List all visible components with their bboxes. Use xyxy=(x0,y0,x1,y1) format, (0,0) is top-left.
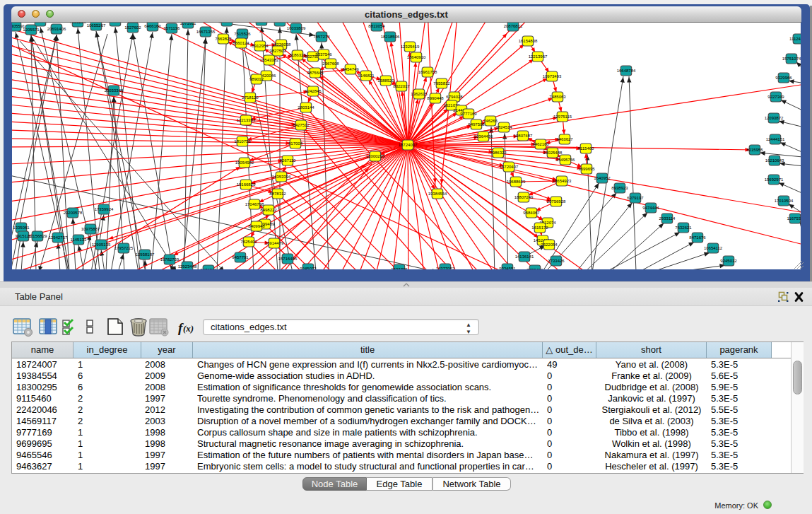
svg-text:12093872: 12093872 xyxy=(765,116,784,120)
svg-text:16648784: 16648784 xyxy=(617,69,636,73)
svg-text:11124587: 11124587 xyxy=(789,37,801,41)
svg-text:1733426: 1733426 xyxy=(548,259,565,263)
svg-text:12325419: 12325419 xyxy=(401,45,420,49)
svg-text:2522054: 2522054 xyxy=(541,243,558,247)
svg-text:6794028: 6794028 xyxy=(446,95,463,99)
svg-text:12975115: 12975115 xyxy=(553,115,572,119)
svg-text:7625402: 7625402 xyxy=(240,240,257,244)
svg-text:16377052: 16377052 xyxy=(436,267,455,269)
svg-text:17046798: 17046798 xyxy=(245,202,264,206)
svg-text:1071911: 1071911 xyxy=(180,23,197,25)
svg-text:10975887: 10975887 xyxy=(81,227,100,231)
svg-text:16961758: 16961758 xyxy=(418,70,437,74)
svg-text:10807487: 10807487 xyxy=(514,134,533,138)
svg-text:8215955: 8215955 xyxy=(746,148,763,152)
svg-text:989012: 989012 xyxy=(249,77,264,81)
svg-text:8427512: 8427512 xyxy=(293,123,310,127)
svg-text:10025488: 10025488 xyxy=(543,151,563,155)
svg-text:7733426: 7733426 xyxy=(526,268,543,269)
svg-text:7955812: 7955812 xyxy=(433,81,450,86)
svg-text:1637705: 1637705 xyxy=(391,267,408,269)
svg-text:18724007: 18724007 xyxy=(399,143,418,147)
svg-text:16914479: 16914479 xyxy=(265,241,284,245)
svg-text:18300295: 18300295 xyxy=(366,154,385,158)
svg-text:8471676: 8471676 xyxy=(689,235,706,240)
svg-text:1588520: 1588520 xyxy=(377,78,394,83)
svg-text:2933114: 2933114 xyxy=(659,216,676,221)
svg-text:16842934: 16842934 xyxy=(106,23,125,23)
svg-text:20364436: 20364436 xyxy=(474,134,493,139)
svg-text:17010504: 17010504 xyxy=(775,199,794,203)
svg-text:14136141: 14136141 xyxy=(515,255,534,259)
svg-text:2803144: 2803144 xyxy=(298,105,314,110)
svg-text:7485063: 7485063 xyxy=(549,95,566,99)
svg-text:8322017: 8322017 xyxy=(393,84,410,88)
svg-text:18807249: 18807249 xyxy=(514,195,534,199)
svg-text:7986322: 7986322 xyxy=(490,151,507,155)
svg-text:9242845: 9242845 xyxy=(305,89,322,93)
svg-text:12156829: 12156829 xyxy=(28,234,47,238)
svg-text:19054982: 19054982 xyxy=(235,160,254,165)
svg-text:7515526: 7515526 xyxy=(234,32,251,36)
svg-text:9337546: 9337546 xyxy=(315,52,332,57)
svg-text:9474444: 9474444 xyxy=(642,206,659,210)
svg-text:20876812: 20876812 xyxy=(504,24,523,28)
svg-text:12905135: 12905135 xyxy=(92,243,111,247)
svg-text:15716485: 15716485 xyxy=(278,257,298,261)
svg-text:9245072: 9245072 xyxy=(300,267,317,269)
svg-text:746266: 746266 xyxy=(483,119,498,123)
svg-text:9827503: 9827503 xyxy=(269,49,286,53)
svg-text:8938923: 8938923 xyxy=(611,186,628,190)
svg-text:10655267: 10655267 xyxy=(87,23,106,28)
svg-text:12213967: 12213967 xyxy=(529,54,548,59)
svg-text:8498222: 8498222 xyxy=(260,208,277,212)
svg-text:9227349: 9227349 xyxy=(767,95,784,99)
svg-text:10653267: 10653267 xyxy=(218,23,237,23)
svg-text:16671355: 16671355 xyxy=(196,30,216,34)
svg-text:(x): (x) xyxy=(183,323,194,334)
svg-text:1167531: 1167531 xyxy=(787,216,801,221)
svg-text:10688609: 10688609 xyxy=(507,180,526,184)
svg-text:15751074: 15751074 xyxy=(782,57,801,61)
svg-text:8409948: 8409948 xyxy=(248,224,265,228)
svg-text:7632621: 7632621 xyxy=(675,226,692,230)
svg-text:18640910: 18640910 xyxy=(407,55,426,59)
svg-text:9571136: 9571136 xyxy=(164,26,181,30)
svg-text:6497508: 6497508 xyxy=(468,122,485,127)
svg-text:9329966: 9329966 xyxy=(775,76,792,80)
svg-text:1145133: 1145133 xyxy=(71,238,88,242)
svg-text:9684067: 9684067 xyxy=(523,211,540,215)
svg-text:12942757: 12942757 xyxy=(49,235,68,240)
svg-text:8990448: 8990448 xyxy=(427,96,444,100)
svg-text:1810755: 1810755 xyxy=(234,139,251,144)
svg-text:12444151: 12444151 xyxy=(766,137,785,141)
svg-text:9699695: 9699695 xyxy=(578,167,595,171)
svg-text:20200578: 20200578 xyxy=(64,211,83,215)
svg-text:15692971: 15692971 xyxy=(765,177,784,182)
svg-text:1615172: 1615172 xyxy=(531,226,548,230)
svg-text:817004: 817004 xyxy=(288,141,303,146)
svg-text:7857274: 7857274 xyxy=(313,35,330,39)
svg-text:9936304: 9936304 xyxy=(32,23,49,23)
svg-text:19166825: 19166825 xyxy=(237,182,256,187)
svg-text:9115460: 9115460 xyxy=(578,146,595,151)
svg-text:6379197: 6379197 xyxy=(627,196,644,200)
svg-text:1527602: 1527602 xyxy=(124,25,141,30)
svg-text:8186323: 8186323 xyxy=(289,53,306,57)
svg-text:16543382: 16543382 xyxy=(260,58,279,62)
svg-text:16782759: 16782759 xyxy=(160,257,180,262)
svg-text:8813054: 8813054 xyxy=(368,24,385,28)
svg-text:1640952: 1640952 xyxy=(594,176,611,180)
svg-text:16154808: 16154808 xyxy=(519,39,538,43)
svg-text:17359924: 17359924 xyxy=(95,207,114,211)
svg-text:7663822: 7663822 xyxy=(215,37,232,41)
svg-text:8660124: 8660124 xyxy=(233,41,249,45)
svg-text:8912954: 8912954 xyxy=(252,44,269,48)
svg-text:9457791: 9457791 xyxy=(232,255,249,259)
svg-text:1335061: 1335061 xyxy=(13,226,30,230)
svg-text:16033809: 16033809 xyxy=(287,26,306,30)
svg-text:16106224: 16106224 xyxy=(271,23,290,23)
svg-text:12923448: 12923448 xyxy=(178,264,197,269)
svg-text:9474511: 9474511 xyxy=(201,268,218,269)
svg-text:10973493: 10973493 xyxy=(543,74,562,78)
